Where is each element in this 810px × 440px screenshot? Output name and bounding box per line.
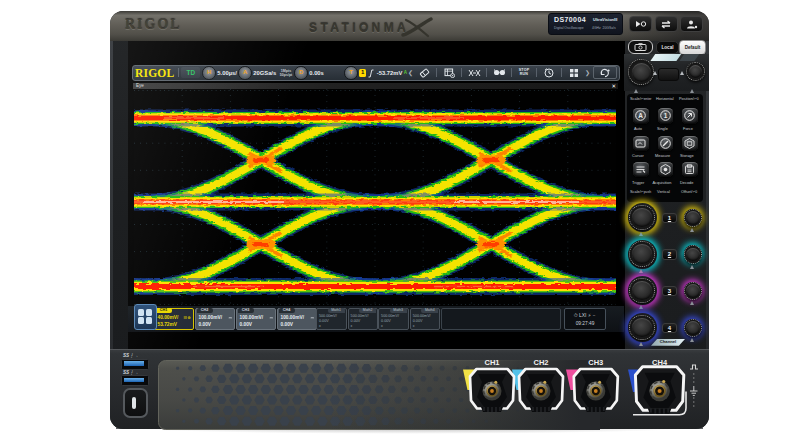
svg-text:CH1: CH1 — [484, 358, 499, 367]
svg-text:A: A — [639, 112, 644, 119]
svg-text:1: 1 — [664, 112, 668, 119]
svg-text:CH2: CH2 — [533, 358, 548, 367]
svg-text:CH3: CH3 — [588, 358, 603, 367]
